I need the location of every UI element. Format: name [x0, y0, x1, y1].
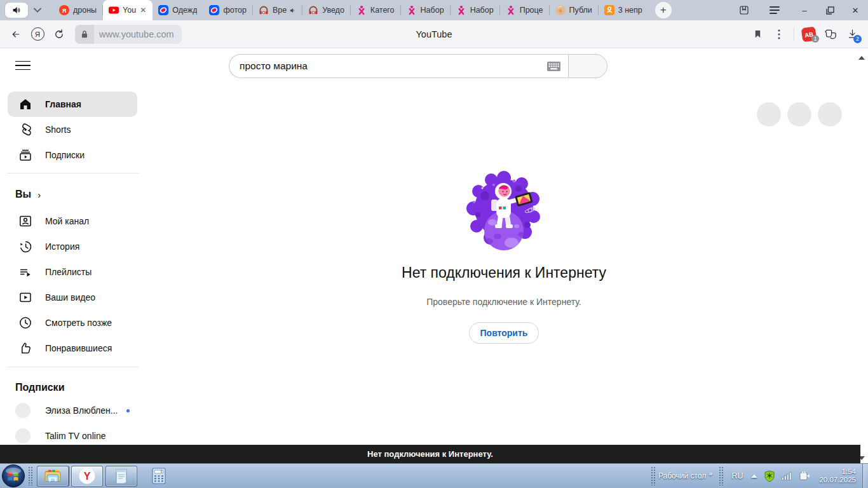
gloves-icon [824, 29, 837, 40]
sidebar-item-my-channel[interactable]: Мой канал [8, 208, 137, 234]
close-window-button[interactable]: ✕ [843, 0, 868, 20]
sidebar-item-history[interactable]: История [8, 234, 137, 259]
tab-label: Проце [520, 6, 543, 15]
chevron-down-icon [34, 8, 41, 13]
browser-tab-bar: Я дроны You ✕ Одежд фотор Вре [0, 0, 868, 20]
tabs-mute-button[interactable] [5, 3, 28, 18]
sidebar-item-liked-videos[interactable]: Понравившиеся [8, 336, 137, 361]
sidebar-item-playlists[interactable]: Плейлисты [8, 259, 137, 285]
tab-ozon-clothes[interactable]: Одежд [153, 0, 203, 20]
taskbar-yandex-browser-button[interactable]: Y [71, 466, 103, 487]
livemaster-favicon [506, 5, 516, 15]
headphones-favicon [259, 5, 269, 15]
page-actions-menu-button[interactable] [768, 24, 790, 45]
browser-menu-button[interactable] [764, 0, 785, 20]
yandex-favicon: Я [59, 5, 69, 15]
taskbar-clock[interactable]: 1:54 20.07.2025 [819, 468, 856, 484]
close-icon: ✕ [852, 6, 859, 15]
tab-ozon-photo[interactable]: фотор [203, 0, 252, 20]
liked-videos-icon [18, 341, 33, 356]
sidebar-channel-eliza[interactable]: Элиза Влюблен... [8, 398, 137, 423]
tabs-dropdown-chevron[interactable] [31, 3, 44, 17]
windows-taskbar: Y 0 Ра [0, 463, 868, 488]
taskbar-grip [28, 466, 33, 485]
guide-menu-button[interactable] [15, 58, 31, 72]
url-field[interactable]: www.youtube.com [75, 25, 182, 44]
ok-favicon [604, 5, 614, 15]
tab-label: 3 непр [618, 6, 642, 15]
taskbar-notepad-button[interactable] [105, 466, 137, 487]
channel-avatar [15, 403, 31, 418]
retry-button[interactable]: Повторить [469, 322, 539, 344]
livemaster-favicon [356, 5, 367, 15]
tab-publication[interactable]: Публи [550, 0, 599, 20]
tab-sound-icon[interactable] [289, 7, 296, 14]
subscriptions-icon [18, 147, 33, 163]
power-tray-icon[interactable] [799, 471, 811, 481]
show-hidden-icons-button[interactable] [751, 474, 757, 478]
shorts-icon [18, 122, 33, 137]
antivirus-tray-icon[interactable] [764, 470, 775, 482]
desktop-toolbar-label[interactable]: Рабочий стол [658, 471, 706, 480]
adblock-extension-button[interactable]: AB 1 [798, 24, 820, 45]
shield-icon [764, 470, 775, 482]
sidebar-item-your-videos[interactable]: Ваши видео [8, 285, 137, 310]
sidebar-item-subscriptions[interactable]: Подписки [8, 142, 137, 168]
sidebar-item-you[interactable]: Вы › [15, 189, 41, 200]
sidebar-item-home[interactable]: Главная [8, 92, 137, 117]
error-title: Нет подключения к Интернету [402, 264, 606, 281]
sidebar-divider [8, 367, 139, 367]
minimize-icon: – [802, 6, 806, 15]
history-icon [18, 239, 33, 254]
tab-label: Набор [421, 6, 444, 15]
bookmarks-panel-button[interactable] [733, 0, 755, 20]
lock-icon [81, 30, 88, 38]
tab-odnoklassniki[interactable]: 3 непр [599, 0, 649, 20]
your-videos-icon [18, 290, 33, 305]
toolbar-overflow-chevron[interactable]: » [709, 470, 712, 477]
signal-bars-icon [782, 471, 793, 480]
bookmark-page-button[interactable] [747, 24, 768, 45]
show-desktop-button[interactable] [862, 464, 868, 488]
ozon-favicon [209, 5, 219, 15]
tab-close-icon[interactable]: ✕ [140, 6, 146, 14]
tab-youtube[interactable]: You ✕ [103, 0, 153, 20]
address-bar-actions: AB 1 2 [747, 24, 868, 45]
extensions-button[interactable] [820, 24, 841, 45]
taskbar-explorer-button[interactable] [37, 466, 69, 487]
tab-label: Катего [370, 6, 395, 15]
tab-audio-playing[interactable]: Вре [253, 0, 302, 20]
tab-livemaster-process[interactable]: Проце [500, 0, 550, 20]
headphones-favicon [308, 5, 318, 15]
downloads-button[interactable]: 2 [841, 24, 863, 45]
watch-later-icon [18, 315, 33, 330]
maximize-icon [826, 6, 834, 15]
start-button[interactable] [1, 464, 25, 488]
minimize-button[interactable]: – [792, 0, 817, 20]
ssl-lock-badge[interactable] [75, 25, 94, 44]
tab-label: You [123, 6, 136, 15]
sidebar-item-shorts[interactable]: Shorts [8, 117, 137, 142]
network-tray-icon[interactable] [782, 471, 793, 480]
tab-label: Вре [273, 6, 287, 15]
back-button[interactable] [5, 24, 27, 45]
tab-yandex-search[interactable]: Я дроны [53, 0, 103, 20]
sidebar-item-watch-later[interactable]: Смотреть позже [8, 310, 137, 336]
yandex-browser-icon: Y [78, 467, 96, 485]
language-indicator[interactable]: RU [731, 471, 743, 480]
taskbar-calculator-button[interactable]: 0 [146, 466, 172, 487]
youtube-page: Главная Shorts Подписки Вы › Мой канал [0, 48, 868, 445]
back-arrow-icon [10, 29, 22, 39]
tab-livemaster-set-2[interactable]: Набор [451, 0, 500, 20]
tab-livemaster-categories[interactable]: Катего [351, 0, 401, 20]
maximize-button[interactable] [817, 0, 843, 20]
offline-error-panel: Нет подключения к Интернету Проверьте по… [146, 48, 862, 445]
windows-start-icon [1, 464, 25, 488]
new-tab-button[interactable]: + [655, 2, 672, 18]
tab-livemaster-set-1[interactable]: Набор [401, 0, 451, 20]
reload-button[interactable] [48, 24, 70, 45]
tab-audio-notifications[interactable]: Уведо [302, 0, 351, 20]
clock-date: 20.07.2025 [819, 476, 856, 484]
window-controls: – ✕ [733, 0, 868, 20]
yandex-services-button[interactable]: Я [27, 24, 48, 45]
